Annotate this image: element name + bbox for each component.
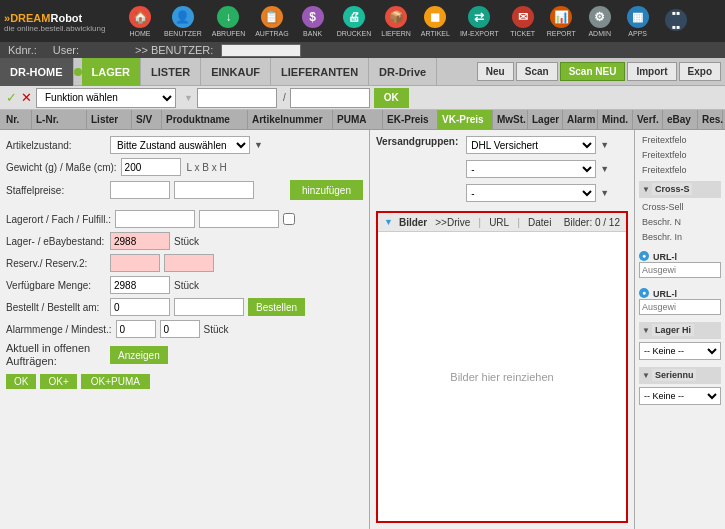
lagerort-input2[interactable]: [199, 210, 279, 228]
toolbar-x-icon[interactable]: ✕: [21, 90, 32, 105]
versand-select-2[interactable]: -: [466, 160, 596, 178]
nav-artikel-button[interactable]: ◼ ARTIKEL: [417, 4, 454, 39]
versand-arrow-1: ▼: [600, 140, 609, 150]
alarm-unit: Stück: [204, 324, 229, 335]
ok-button[interactable]: OK: [6, 374, 36, 389]
url2-input[interactable]: [639, 299, 721, 315]
neu-button[interactable]: Neu: [477, 62, 514, 81]
gewicht-input[interactable]: [121, 158, 181, 176]
nav-qr-button[interactable]: ▪▪▪▪: [658, 7, 694, 35]
okpuma-button[interactable]: OK+PUMA: [81, 374, 150, 389]
nav-artikel-label: ARTIKEL: [421, 30, 450, 37]
center-panel: Versandgruppen: DHL Versichert ▼ - ▼: [370, 130, 635, 529]
versand-select-3[interactable]: -: [466, 184, 596, 202]
bilder-url-button[interactable]: URL: [487, 217, 511, 228]
freitext-item-3[interactable]: Freitextfelo: [639, 164, 721, 176]
bestellt-input[interactable]: [110, 298, 170, 316]
nav-liefern-label: LIEFERN: [381, 30, 411, 37]
lager-ebay-row: Lager- / eBaybestand: Stück: [6, 232, 363, 250]
admin-icon: ⚙: [589, 6, 611, 28]
nav-report-button[interactable]: 📊 REPORT: [543, 4, 580, 39]
lagerort-input1[interactable]: [115, 210, 195, 228]
lager-hi-select[interactable]: -- Keine --: [639, 342, 721, 360]
nav-imexport-button[interactable]: ⇄ IM-EXPORT: [456, 4, 503, 39]
nav-apps-button[interactable]: ▦ APPS: [620, 4, 656, 39]
scan-button[interactable]: Scan: [516, 62, 558, 81]
versand-select-1[interactable]: DHL Versichert: [466, 136, 596, 154]
scan-neu-button[interactable]: Scan NEU: [560, 62, 626, 81]
nav-drucken-button[interactable]: 🖨 DRUCKEN: [333, 4, 376, 39]
toolbar-search-input[interactable]: [197, 88, 277, 108]
tab-lager-label: LAGER: [92, 66, 131, 78]
lager-hi-title: Lager Hi: [652, 324, 694, 336]
col-nr: Nr.: [2, 110, 32, 129]
tab-lieferanten[interactable]: LIEFERANTEN: [271, 58, 369, 86]
seriennu-section: ▼ Seriennu: [639, 367, 721, 384]
tab-einkauf[interactable]: EINKAUF: [201, 58, 271, 86]
bilder-datei-button[interactable]: Datei: [526, 217, 553, 228]
left-panel: Artikelzustand: Bitte Zustand auswählen …: [0, 130, 370, 529]
apps-icon: ▦: [627, 6, 649, 28]
nav-home-button[interactable]: 🏠 HOME: [122, 4, 158, 39]
nav-bank-label: BANK: [303, 30, 322, 37]
benutzer-input[interactable]: [221, 44, 301, 57]
tab-lager[interactable]: LAGER: [82, 58, 142, 86]
url1-input[interactable]: [639, 262, 721, 278]
import-button[interactable]: Import: [627, 62, 676, 81]
expo-button[interactable]: Expo: [679, 62, 721, 81]
freitext-item-1[interactable]: Freitextfelo: [639, 134, 721, 146]
nav-auftrag-button[interactable]: 📋 AUFTRAG: [251, 4, 292, 39]
main-tabs: DR-HOME LAGER LISTER EINKAUF LIEFERANTEN…: [0, 58, 725, 86]
imexport-icon: ⇄: [468, 6, 490, 28]
bilder-count: Bilder: 0 / 12: [564, 217, 620, 228]
lagerort-checkbox[interactable]: [283, 213, 295, 225]
hinzufuegen-button[interactable]: hinzufügen: [290, 180, 363, 200]
okplus-button[interactable]: OK+: [40, 374, 76, 389]
nav-abrufen-button[interactable]: ↓ ABRUFEN: [208, 4, 249, 39]
tab-lister[interactable]: LISTER: [141, 58, 201, 86]
alarm-input2[interactable]: [160, 320, 200, 338]
url1-block: ● URL-l: [639, 249, 721, 280]
versand-row-1: DHL Versichert ▼: [466, 136, 609, 154]
toolbar-ok-button[interactable]: OK: [374, 88, 409, 108]
versand-arrow-3: ▼: [600, 188, 609, 198]
toolbar-check-icon[interactable]: ✓: [6, 90, 17, 105]
staffelpreise-input2[interactable]: [174, 181, 254, 199]
nav-admin-label: ADMIN: [588, 30, 611, 37]
url1-label: URL-l: [653, 252, 677, 262]
nav-ticket-button[interactable]: ✉ TICKET: [505, 4, 541, 39]
artikelzustand-select[interactable]: Bitte Zustand auswählen: [110, 136, 250, 154]
lxbxh-label: L x B x H: [187, 162, 227, 173]
lager-ebay-input[interactable]: [110, 232, 170, 250]
verfuegbar-input[interactable]: [110, 276, 170, 294]
tab-dr-home[interactable]: DR-HOME: [0, 58, 74, 86]
nav-bank-button[interactable]: $ BANK: [295, 4, 331, 39]
nav-admin-button[interactable]: ⚙ ADMIN: [582, 4, 618, 39]
alarm-input1[interactable]: [116, 320, 156, 338]
verfuegbar-unit: Stück: [174, 280, 199, 291]
col-l-nr: L-Nr.: [32, 110, 87, 129]
bestellt-am-input[interactable]: [174, 298, 244, 316]
bestellt-row: Bestellt / Bestellt am: Bestellen: [6, 298, 363, 316]
bottom-buttons: OK OK+ OK+PUMA: [6, 374, 363, 389]
freitext-item-2[interactable]: Freitextfelo: [639, 149, 721, 161]
bilder-drop-area[interactable]: Bilder hier reinziehen: [378, 232, 626, 521]
bestellen-button[interactable]: Bestellen: [248, 298, 305, 316]
seriennu-select[interactable]: -- Keine --: [639, 387, 721, 405]
funktion-select[interactable]: Funktion wählen: [36, 88, 176, 108]
reserv-input1[interactable]: [110, 254, 160, 272]
toolbar-search-input2[interactable]: [290, 88, 370, 108]
cross-sell-item[interactable]: Cross-Sell: [639, 201, 721, 213]
anzeigen-button[interactable]: Anzeigen: [110, 346, 168, 364]
tab-dr-drive[interactable]: DR-Drive: [369, 58, 437, 86]
beschr-in-item[interactable]: Beschr. In: [639, 231, 721, 243]
nav-liefern-button[interactable]: 📦 LIEFERN: [377, 4, 415, 39]
bilder-drive-button[interactable]: >>Drive: [433, 217, 472, 228]
nav-benutzer-button[interactable]: 👤 BENUTZER: [160, 4, 206, 39]
beschr-n-item[interactable]: Beschr. N: [639, 216, 721, 228]
abrufen-icon: ↓: [217, 6, 239, 28]
staffelpreise-input1[interactable]: [110, 181, 170, 199]
artikel-icon: ◼: [424, 6, 446, 28]
reserv-input2[interactable]: [164, 254, 214, 272]
lager-status-dot: [74, 68, 82, 76]
